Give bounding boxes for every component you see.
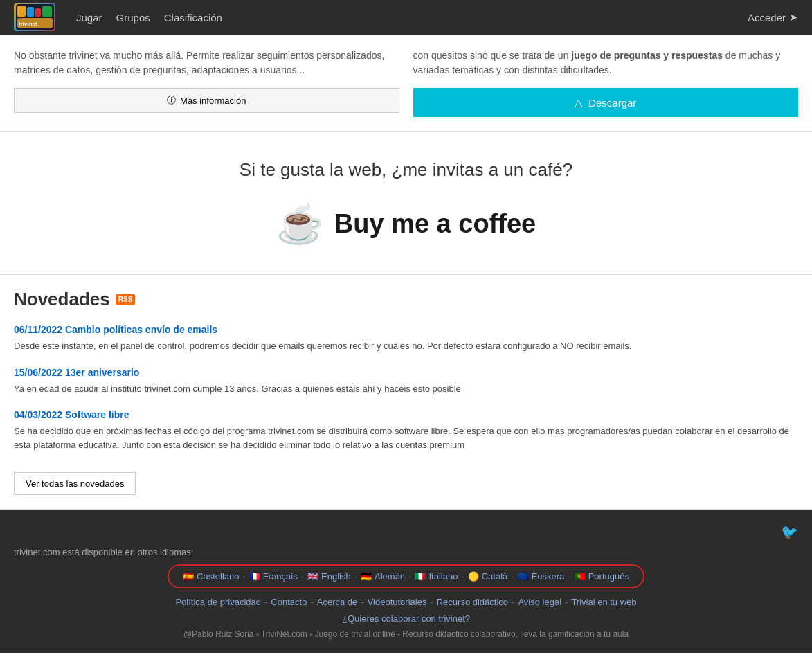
ver-todas-button[interactable]: Ver todas las novedades [14, 472, 136, 495]
news-item: 06/11/2022 Cambio políticas envío de ema… [14, 324, 798, 353]
lang-sep: - [511, 571, 514, 582]
news-item: 04/03/2022 Software libre Se ha decidido… [14, 409, 798, 451]
footer-lang-text: trivinet.com está disponible en otros id… [14, 547, 798, 557]
top-left-text: No obstante trivinet va mucho más allá. … [14, 48, 399, 78]
link-aviso[interactable]: Aviso legal [518, 597, 561, 607]
footer-links: Política de privacidad - Contacto - Acer… [14, 597, 798, 607]
coffee-title: Si te gusta la web, ¿me invitas a un caf… [14, 159, 798, 181]
lang-sep: - [242, 571, 245, 582]
download-icon: △ [575, 96, 583, 109]
logo-icon: trivinet [14, 3, 55, 31]
footer: 🐦 trivinet.com está disponible en otros … [0, 510, 812, 653]
novedades-section: Novedades RSS 06/11/2022 Cambio política… [0, 275, 812, 510]
news-text-2: Ya en edad de acudir al instituto trivin… [14, 382, 798, 396]
footer-collab: ¿Quieres colaborar con trivinet? [14, 613, 798, 624]
rss-badge: RSS [116, 294, 136, 305]
lang-catala[interactable]: 🟡 Català [468, 571, 508, 582]
nav-grupos[interactable]: Grupos [116, 12, 150, 24]
flag-pt: 🇵🇹 [575, 571, 586, 582]
flag-eu: 🇪🇺 [518, 571, 529, 582]
svg-rect-3 [35, 8, 41, 17]
lang-euskera[interactable]: 🇪🇺 Euskera [518, 571, 565, 582]
info-icon: ⓘ [167, 94, 176, 107]
svg-rect-2 [27, 7, 34, 17]
link-sep: - [361, 597, 363, 607]
news-date-title-3[interactable]: 04/03/2022 Software libre [14, 409, 798, 420]
link-videotutorials[interactable]: Videotutoriales [368, 597, 427, 607]
link-sep: - [264, 597, 267, 607]
mas-info-label: Más información [180, 96, 246, 106]
twitter-icon[interactable]: 🐦 [781, 524, 798, 539]
novedades-title: Novedades [14, 289, 110, 310]
novedades-header: Novedades RSS [14, 289, 798, 310]
lang-castellano[interactable]: 🇪🇸 Castellano [183, 571, 239, 582]
acceder-button[interactable]: Acceder ➤ [748, 11, 798, 24]
footer-copyright: @Pablo Ruiz Soria - TriviNet.com - Juego… [14, 629, 798, 639]
download-label: Descargar [588, 97, 636, 109]
header: trivinet Jugar Grupos Clasificación Acce… [0, 0, 812, 35]
top-content: No obstante trivinet va mucho más allá. … [0, 35, 812, 132]
news-date-title-2[interactable]: 15/06/2022 13er aniversario [14, 367, 798, 378]
top-right-text: con quesitos sino que se trata de un jue… [413, 48, 799, 78]
login-arrow-icon: ➤ [789, 11, 798, 24]
top-right: con quesitos sino que se trata de un jue… [413, 48, 799, 117]
coffee-section: Si te gusta la web, ¿me invitas a un caf… [0, 132, 812, 275]
nav-clasificacion[interactable]: Clasificación [164, 12, 222, 24]
lang-sep: - [568, 571, 570, 582]
svg-rect-1 [17, 6, 26, 17]
link-contact[interactable]: Contacto [271, 597, 307, 607]
link-sep: - [430, 597, 433, 607]
flag-cat: 🟡 [468, 571, 479, 582]
footer-links-container: Política de privacidad - Contacto - Acer… [14, 597, 798, 639]
news-date-title-1[interactable]: 06/11/2022 Cambio políticas envío de ema… [14, 324, 798, 335]
acceder-label: Acceder [748, 12, 786, 24]
mas-info-button[interactable]: ⓘ Más información [14, 88, 399, 113]
lang-sep: - [461, 571, 464, 582]
link-sep: - [565, 597, 568, 607]
flag-fr: 🇫🇷 [249, 571, 260, 582]
lang-english[interactable]: 🇬🇧 English [307, 571, 351, 582]
lang-sep: - [301, 571, 304, 582]
buy-coffee-link[interactable]: ☕ Buy me a coffee [276, 201, 536, 246]
nav-links: Jugar Grupos Clasificación [76, 12, 748, 24]
coffee-cup-icon: ☕ [276, 201, 324, 246]
link-recurso[interactable]: Recurso didáctico [437, 597, 508, 607]
link-sep: - [512, 597, 514, 607]
lang-italiano[interactable]: 🇮🇹 Italiano [415, 571, 458, 582]
download-button[interactable]: △ Descargar [413, 88, 799, 117]
footer-twitter: 🐦 [14, 523, 798, 540]
link-privacy[interactable]: Política de privacidad [175, 597, 261, 607]
svg-rect-4 [42, 6, 52, 17]
collab-link[interactable]: ¿Quieres colaborar con trivinet? [342, 613, 470, 624]
lang-francais[interactable]: 🇫🇷 Français [249, 571, 298, 582]
lang-sep: - [354, 571, 357, 582]
link-about[interactable]: Acerca de [317, 597, 358, 607]
nav-jugar[interactable]: Jugar [76, 12, 102, 24]
lang-sep: - [408, 571, 411, 582]
svg-text:trivinet: trivinet [19, 21, 37, 27]
flag-it: 🇮🇹 [415, 571, 426, 582]
coffee-text: Buy me a coffee [334, 209, 536, 239]
top-left: No obstante trivinet va mucho más allá. … [14, 48, 399, 117]
lang-portugues[interactable]: 🇵🇹 Português [575, 571, 629, 582]
footer-languages: 🇪🇸 Castellano - 🇫🇷 Français - 🇬🇧 English… [168, 564, 644, 588]
news-text-1: Desde este instante, en el panel de cont… [14, 339, 798, 353]
flag-gb: 🇬🇧 [307, 571, 318, 582]
lang-aleman[interactable]: 🇩🇪 Alemán [361, 571, 405, 582]
link-trivial[interactable]: Trivial en tu web [571, 597, 636, 607]
link-sep: - [310, 597, 313, 607]
flag-es: 🇪🇸 [183, 571, 194, 582]
news-item: 15/06/2022 13er aniversario Ya en edad d… [14, 367, 798, 396]
news-text-3: Se ha decidido que en próximas fechas el… [14, 424, 798, 451]
logo[interactable]: trivinet [14, 3, 55, 31]
flag-de: 🇩🇪 [361, 571, 372, 582]
